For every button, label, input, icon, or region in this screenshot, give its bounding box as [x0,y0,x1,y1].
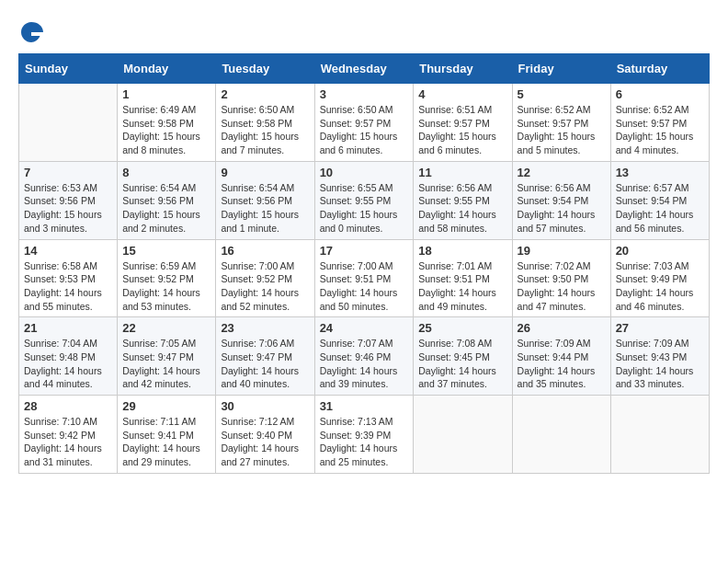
column-header-wednesday: Wednesday [314,54,414,84]
day-number: 9 [221,166,309,179]
column-header-monday: Monday [118,54,216,84]
day-info: Sunrise: 6:58 AM Sunset: 9:53 PM Dayligh… [24,259,112,314]
day-info: Sunrise: 6:59 AM Sunset: 9:52 PM Dayligh… [122,259,210,314]
day-number: 23 [221,321,309,335]
day-info: Sunrise: 6:49 AM Sunset: 9:58 PM Dayligh… [122,103,210,157]
day-info: Sunrise: 6:54 AM Sunset: 9:56 PM Dayligh… [122,181,210,236]
calendar-cell: 4Sunrise: 6:51 AM Sunset: 9:57 PM Daylig… [414,84,512,162]
day-number: 22 [122,321,210,335]
day-info: Sunrise: 6:56 AM Sunset: 9:54 PM Dayligh… [518,181,606,236]
calendar-week-row: 21Sunrise: 7:04 AM Sunset: 9:48 PM Dayli… [19,317,710,396]
day-info: Sunrise: 7:00 AM Sunset: 9:52 PM Dayligh… [221,259,309,314]
day-number: 27 [616,321,704,335]
calendar-cell: 9Sunrise: 6:54 AM Sunset: 9:56 PM Daylig… [216,161,314,239]
logo [18,18,46,44]
day-info: Sunrise: 7:08 AM Sunset: 9:45 PM Dayligh… [418,337,506,391]
day-number: 16 [221,244,309,258]
calendar-cell: 12Sunrise: 6:56 AM Sunset: 9:54 PM Dayli… [512,161,610,239]
calendar-cell: 5Sunrise: 6:52 AM Sunset: 9:57 PM Daylig… [512,84,610,162]
calendar-cell: 3Sunrise: 6:50 AM Sunset: 9:57 PM Daylig… [314,84,414,162]
calendar-cell: 13Sunrise: 6:57 AM Sunset: 9:54 PM Dayli… [610,161,709,239]
day-number: 30 [221,399,309,413]
day-number: 14 [24,244,112,258]
column-header-saturday: Saturday [610,54,709,84]
calendar-cell [19,84,118,162]
day-info: Sunrise: 7:05 AM Sunset: 9:47 PM Dayligh… [122,337,210,391]
calendar-cell: 8Sunrise: 6:54 AM Sunset: 9:56 PM Daylig… [118,161,216,239]
day-info: Sunrise: 7:13 AM Sunset: 9:39 PM Dayligh… [320,415,409,469]
calendar-cell: 22Sunrise: 7:05 AM Sunset: 9:47 PM Dayli… [118,317,216,396]
day-info: Sunrise: 6:52 AM Sunset: 9:57 PM Dayligh… [616,103,704,157]
day-info: Sunrise: 6:50 AM Sunset: 9:57 PM Dayligh… [320,103,409,157]
calendar-cell: 11Sunrise: 6:56 AM Sunset: 9:55 PM Dayli… [414,161,512,239]
header-row: SundayMondayTuesdayWednesdayThursdayFrid… [19,54,710,84]
day-number: 17 [320,244,409,258]
day-info: Sunrise: 6:55 AM Sunset: 9:55 PM Dayligh… [320,181,409,236]
calendar-cell: 27Sunrise: 7:09 AM Sunset: 9:43 PM Dayli… [610,317,709,396]
day-info: Sunrise: 7:10 AM Sunset: 9:42 PM Dayligh… [24,415,112,469]
day-number: 21 [24,321,112,335]
day-number: 7 [24,166,112,179]
calendar-cell: 2Sunrise: 6:50 AM Sunset: 9:58 PM Daylig… [216,84,314,162]
calendar-cell [610,396,709,474]
day-number: 13 [616,166,704,179]
day-number: 18 [418,244,506,258]
day-info: Sunrise: 6:57 AM Sunset: 9:54 PM Dayligh… [616,181,704,236]
day-number: 20 [616,244,704,258]
calendar-week-row: 1Sunrise: 6:49 AM Sunset: 9:58 PM Daylig… [19,84,710,162]
calendar-cell: 30Sunrise: 7:12 AM Sunset: 9:40 PM Dayli… [216,396,314,474]
calendar-cell: 24Sunrise: 7:07 AM Sunset: 9:46 PM Dayli… [314,317,414,396]
calendar-cell: 23Sunrise: 7:06 AM Sunset: 9:47 PM Dayli… [216,317,314,396]
day-number: 8 [122,166,210,179]
calendar-cell: 20Sunrise: 7:03 AM Sunset: 9:49 PM Dayli… [610,239,709,317]
calendar-cell: 10Sunrise: 6:55 AM Sunset: 9:55 PM Dayli… [314,161,414,239]
calendar-cell: 14Sunrise: 6:58 AM Sunset: 9:53 PM Dayli… [19,239,118,317]
day-info: Sunrise: 7:11 AM Sunset: 9:41 PM Dayligh… [122,415,210,469]
calendar-cell: 17Sunrise: 7:00 AM Sunset: 9:51 PM Dayli… [314,239,414,317]
calendar-cell: 16Sunrise: 7:00 AM Sunset: 9:52 PM Dayli… [216,239,314,317]
day-number: 26 [518,321,606,335]
day-number: 31 [320,399,409,413]
calendar-cell: 28Sunrise: 7:10 AM Sunset: 9:42 PM Dayli… [19,396,118,474]
day-info: Sunrise: 7:07 AM Sunset: 9:46 PM Dayligh… [320,337,409,391]
calendar-cell: 25Sunrise: 7:08 AM Sunset: 9:45 PM Dayli… [414,317,512,396]
calendar-cell: 19Sunrise: 7:02 AM Sunset: 9:50 PM Dayli… [512,239,610,317]
day-number: 15 [122,244,210,258]
day-number: 6 [616,87,704,101]
day-number: 10 [320,166,409,179]
column-header-tuesday: Tuesday [216,54,314,84]
page-header [18,18,710,44]
day-info: Sunrise: 6:51 AM Sunset: 9:57 PM Dayligh… [418,103,506,157]
day-number: 5 [518,87,606,101]
calendar-cell: 15Sunrise: 6:59 AM Sunset: 9:52 PM Dayli… [118,239,216,317]
day-number: 1 [122,87,210,101]
calendar-week-row: 14Sunrise: 6:58 AM Sunset: 9:53 PM Dayli… [19,239,710,317]
day-number: 25 [418,321,506,335]
day-number: 29 [122,399,210,413]
calendar-cell: 18Sunrise: 7:01 AM Sunset: 9:51 PM Dayli… [414,239,512,317]
day-number: 3 [320,87,409,101]
day-info: Sunrise: 7:04 AM Sunset: 9:48 PM Dayligh… [24,337,112,391]
day-info: Sunrise: 7:12 AM Sunset: 9:40 PM Dayligh… [221,415,309,469]
day-info: Sunrise: 6:50 AM Sunset: 9:58 PM Dayligh… [221,103,309,157]
day-info: Sunrise: 7:00 AM Sunset: 9:51 PM Dayligh… [320,259,409,314]
calendar-cell: 29Sunrise: 7:11 AM Sunset: 9:41 PM Dayli… [118,396,216,474]
day-info: Sunrise: 7:09 AM Sunset: 9:44 PM Dayligh… [518,337,606,391]
day-number: 11 [418,166,506,179]
day-info: Sunrise: 6:56 AM Sunset: 9:55 PM Dayligh… [418,181,506,236]
calendar-table: SundayMondayTuesdayWednesdayThursdayFrid… [18,53,710,474]
day-number: 24 [320,321,409,335]
day-info: Sunrise: 7:06 AM Sunset: 9:47 PM Dayligh… [221,337,309,391]
calendar-cell: 6Sunrise: 6:52 AM Sunset: 9:57 PM Daylig… [610,84,709,162]
logo-icon [18,18,44,44]
day-info: Sunrise: 7:09 AM Sunset: 9:43 PM Dayligh… [616,337,704,391]
day-info: Sunrise: 7:02 AM Sunset: 9:50 PM Dayligh… [518,259,606,314]
day-info: Sunrise: 6:54 AM Sunset: 9:56 PM Dayligh… [221,181,309,236]
day-info: Sunrise: 7:03 AM Sunset: 9:49 PM Dayligh… [616,259,704,314]
day-number: 19 [518,244,606,258]
day-info: Sunrise: 7:01 AM Sunset: 9:51 PM Dayligh… [418,259,506,314]
day-number: 12 [518,166,606,179]
column-header-friday: Friday [512,54,610,84]
calendar-cell: 26Sunrise: 7:09 AM Sunset: 9:44 PM Dayli… [512,317,610,396]
calendar-cell: 7Sunrise: 6:53 AM Sunset: 9:56 PM Daylig… [19,161,118,239]
